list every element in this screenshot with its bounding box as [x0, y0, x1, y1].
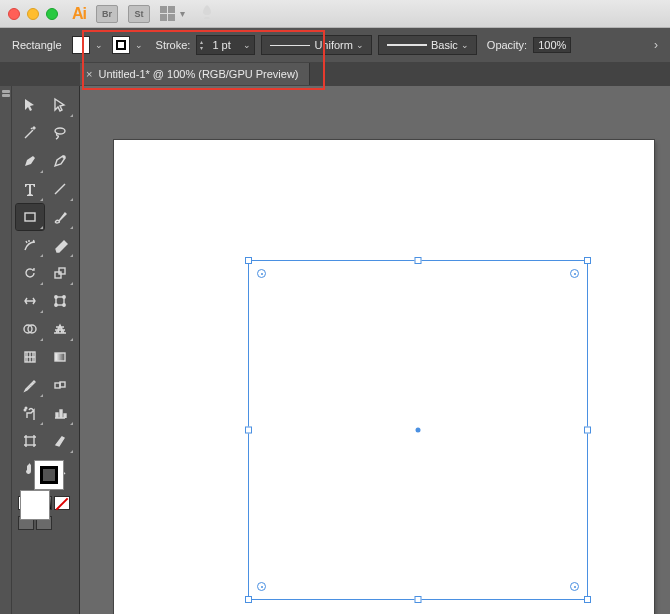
svg-rect-18: [26, 437, 34, 445]
shape-builder-tool[interactable]: [16, 316, 44, 342]
stroke-swatch-group[interactable]: ⌄: [112, 36, 146, 54]
artboard-tool[interactable]: [16, 428, 44, 454]
eraser-tool[interactable]: [46, 232, 74, 258]
document-tab-bar: × Untitled-1* @ 100% (RGB/GPU Preview): [0, 62, 670, 86]
fill-indicator[interactable]: [20, 490, 50, 520]
zoom-window-button[interactable]: [46, 8, 58, 20]
curvature-tool[interactable]: [46, 148, 74, 174]
resize-handle-ml[interactable]: [245, 427, 252, 434]
svg-point-17: [25, 407, 27, 409]
blend-tool[interactable]: [46, 372, 74, 398]
eyedropper-tool[interactable]: [16, 372, 44, 398]
bridge-button[interactable]: Br: [96, 5, 118, 23]
svg-point-9: [63, 304, 65, 306]
corner-widget-tl[interactable]: [257, 269, 266, 278]
window-titlebar: Ai Br St ▾: [0, 0, 670, 28]
svg-point-1: [63, 156, 65, 158]
opacity-input[interactable]: 100%: [533, 37, 571, 53]
fill-color-swatch[interactable]: [72, 36, 90, 54]
direct-selection-tool[interactable]: [46, 92, 74, 118]
variable-width-profile-dropdown[interactable]: Uniform ⌄: [261, 35, 372, 55]
paintbrush-tool[interactable]: [46, 204, 74, 230]
svg-rect-3: [55, 272, 61, 278]
resize-handle-bl[interactable]: [245, 596, 252, 603]
stock-button[interactable]: St: [128, 5, 150, 23]
stroke-weight-label: Stroke:: [156, 39, 191, 51]
mesh-tool[interactable]: [16, 344, 44, 370]
svg-point-6: [55, 296, 57, 298]
brush-preview-icon: [387, 44, 427, 46]
artboard[interactable]: [114, 140, 654, 614]
svg-rect-13: [55, 353, 65, 361]
selected-rectangle[interactable]: [248, 260, 588, 600]
color-mode-none[interactable]: [54, 496, 70, 510]
resize-handle-tr[interactable]: [584, 257, 591, 264]
free-transform-tool[interactable]: [46, 288, 74, 314]
svg-rect-15: [60, 382, 65, 387]
traffic-lights: [8, 8, 58, 20]
fill-swatch-group[interactable]: ⌄: [72, 36, 106, 54]
corner-widget-br[interactable]: [570, 582, 579, 591]
chevron-down-icon: ▾: [180, 8, 185, 19]
resize-handle-tm[interactable]: [415, 257, 422, 264]
pen-tool[interactable]: [16, 148, 44, 174]
chevron-down-icon: ⌄: [92, 40, 106, 50]
column-graph-tool[interactable]: [46, 400, 74, 426]
document-tab[interactable]: × Untitled-1* @ 100% (RGB/GPU Preview): [80, 63, 310, 85]
stroke-weight-value: 1 pt: [206, 39, 240, 51]
symbol-sprayer-tool[interactable]: [16, 400, 44, 426]
svg-point-8: [55, 304, 57, 306]
center-point-icon: [416, 428, 421, 433]
line-segment-tool[interactable]: [46, 176, 74, 202]
panel-dock-collapsed[interactable]: [0, 86, 12, 614]
resize-handle-bm[interactable]: [415, 596, 422, 603]
width-tool[interactable]: [16, 288, 44, 314]
resize-handle-mr[interactable]: [584, 427, 591, 434]
svg-rect-14: [55, 383, 60, 388]
chevron-down-icon: ⌄: [458, 40, 472, 50]
type-tool[interactable]: [16, 176, 44, 202]
corner-widget-tr[interactable]: [570, 269, 579, 278]
resize-handle-br[interactable]: [584, 596, 591, 603]
selection-context-label: Rectangle: [8, 37, 66, 53]
app-logo-icon: Ai: [72, 5, 86, 23]
chevron-down-icon[interactable]: ⌄: [240, 40, 254, 50]
brush-definition-dropdown[interactable]: Basic ⌄: [378, 35, 477, 55]
shaper-tool[interactable]: [16, 232, 44, 258]
brush-value: Basic: [431, 39, 458, 51]
arrange-documents-button[interactable]: ▾: [160, 6, 185, 21]
selection-tool[interactable]: [16, 92, 44, 118]
gpu-performance-icon[interactable]: [199, 4, 215, 23]
svg-point-16: [24, 409, 26, 411]
main-area: [0, 86, 670, 614]
perspective-grid-tool[interactable]: [46, 316, 74, 342]
opacity-label: Opacity:: [487, 39, 527, 51]
chevron-down-icon: ⌄: [353, 40, 367, 50]
rectangle-tool[interactable]: [16, 204, 44, 230]
gradient-tool[interactable]: [46, 344, 74, 370]
stroke-color-swatch[interactable]: [112, 36, 130, 54]
chevron-down-icon: ⌄: [132, 40, 146, 50]
lasso-tool[interactable]: [46, 120, 74, 146]
close-window-button[interactable]: [8, 8, 20, 20]
control-bar: Rectangle ⌄ ⌄ Stroke: ▴▾ 1 pt ⌄ Uniform …: [0, 28, 670, 62]
corner-widget-bl[interactable]: [257, 582, 266, 591]
stroke-indicator[interactable]: [34, 460, 64, 490]
stroke-weight-input[interactable]: ▴▾ 1 pt ⌄: [196, 35, 255, 55]
stepper-arrows-icon[interactable]: ▴▾: [197, 39, 206, 51]
scale-tool[interactable]: [46, 260, 74, 286]
svg-rect-4: [59, 268, 65, 274]
tools-panel: [12, 86, 80, 614]
minimize-window-button[interactable]: [27, 8, 39, 20]
resize-handle-tl[interactable]: [245, 257, 252, 264]
line-preview-icon: [270, 45, 310, 46]
svg-point-7: [63, 296, 65, 298]
close-tab-icon[interactable]: ×: [86, 68, 92, 80]
svg-rect-2: [25, 213, 35, 221]
slice-tool[interactable]: [46, 428, 74, 454]
canvas[interactable]: [80, 86, 670, 614]
rotate-tool[interactable]: [16, 260, 44, 286]
more-options-button[interactable]: ›: [650, 38, 662, 52]
magic-wand-tool[interactable]: [16, 120, 44, 146]
document-tab-title: Untitled-1* @ 100% (RGB/GPU Preview): [98, 68, 298, 80]
